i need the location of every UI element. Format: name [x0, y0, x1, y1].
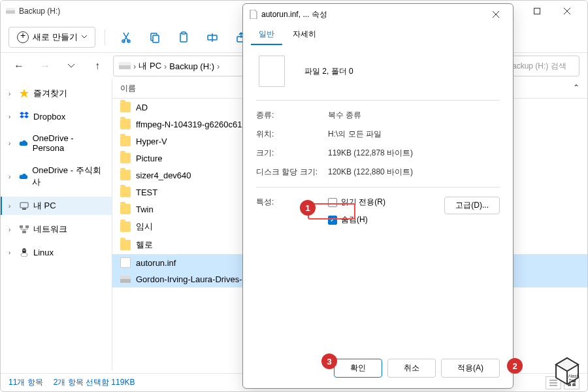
drive-icon — [119, 62, 131, 70]
maximize-button[interactable] — [522, 1, 552, 22]
file-name: autorun.inf — [136, 258, 176, 268]
sidebar-item-favorites[interactable]: › 즐겨찾기 — [1, 84, 112, 103]
dialog-close-button[interactable] — [485, 4, 506, 25]
sidebar-item-network[interactable]: › 네트워크 — [1, 220, 112, 238]
separator — [105, 29, 105, 45]
cloud-icon — [18, 171, 28, 182]
prop-type: 종류: 복수 종류 — [256, 106, 500, 125]
paste-icon[interactable] — [172, 25, 195, 49]
svg-rect-9 — [182, 32, 186, 34]
sidebar-item-onedrive-company[interactable]: › OneDrive - 주식회사 — [1, 161, 112, 191]
tab-general[interactable]: 일반 — [251, 25, 282, 45]
cut-icon[interactable] — [114, 25, 138, 49]
file-summary: 파일 2, 폴더 0 — [304, 66, 353, 77]
folder-icon — [120, 240, 131, 250]
file-icon — [120, 257, 131, 268]
file-name: Twin — [136, 204, 154, 214]
close-button[interactable] — [552, 1, 582, 22]
folder-icon — [120, 221, 131, 232]
svg-rect-8 — [180, 33, 187, 42]
sort-chevron-icon: ⌃ — [573, 83, 580, 94]
file-name: 임시 — [136, 221, 153, 233]
new-button[interactable]: 새로 만들기 — [8, 27, 95, 48]
chevron-right-icon: › — [8, 173, 14, 180]
svg-rect-7 — [153, 35, 159, 42]
rename-icon[interactable] — [201, 25, 224, 49]
folder-icon — [120, 119, 131, 129]
chevron-down-icon — [82, 35, 87, 39]
file-name: Gordon-Irving-Laura-Drives-Fo — [136, 274, 252, 284]
folder-icon — [120, 187, 131, 197]
file-name: sizer4_dev640 — [136, 171, 191, 180]
drive-icon — [6, 8, 15, 14]
svg-point-21 — [23, 250, 24, 251]
svg-rect-24 — [120, 276, 131, 279]
plus-icon — [17, 31, 29, 43]
item-count: 11개 항목 — [8, 377, 43, 388]
svg-rect-13 — [119, 62, 131, 65]
svg-rect-1 — [6, 8, 15, 10]
sidebar: › 즐겨찾기 › Dropbox › OneDrive - Persona › — [1, 79, 112, 370]
tab-detail[interactable]: 자세히 — [285, 25, 324, 45]
chevron-right-icon: › — [8, 140, 15, 147]
file-icon — [250, 10, 257, 19]
pc-icon — [19, 201, 29, 211]
svg-point-20 — [21, 253, 27, 257]
multi-file-icon — [259, 56, 285, 87]
file-name: Picture — [136, 154, 162, 163]
network-icon — [19, 224, 29, 235]
svg-rect-17 — [25, 225, 29, 228]
folder-icon — [120, 170, 131, 180]
advanced-button[interactable]: 고급(D)... — [444, 197, 500, 214]
annotation-2: 2 — [507, 358, 523, 374]
folder-icon — [120, 102, 131, 112]
file-name: 헬로 — [136, 239, 153, 251]
apply-button[interactable]: 적용(A) — [441, 359, 500, 378]
svg-rect-14 — [20, 203, 28, 208]
svg-rect-15 — [22, 208, 26, 210]
forward-button[interactable]: → — [35, 56, 56, 76]
svg-rect-12 — [119, 65, 131, 69]
ok-button[interactable]: 확인 — [334, 359, 382, 378]
folder-icon — [120, 136, 131, 146]
sidebar-item-linux[interactable]: › Linux — [1, 244, 112, 261]
annotation-1: 1 — [300, 200, 316, 216]
chevron-right-icon: › — [8, 90, 15, 97]
chevron-right-icon: › — [8, 249, 15, 256]
chevron-right-icon: › — [8, 113, 15, 120]
watermark-cube-icon: Hash Tag — [551, 355, 583, 387]
file-name: AD — [136, 103, 148, 112]
cloud-icon — [19, 138, 29, 148]
chevron-right-icon: › — [164, 61, 167, 71]
dialog-titlebar[interactable]: autorun.inf, ... 속성 — [243, 4, 513, 25]
prop-disk-size: 디스크 할당 크기: 120KB (122,880 바이트) — [256, 163, 500, 182]
dialog-title: autorun.inf, ... 속성 — [250, 9, 485, 20]
file-name: TEST — [136, 188, 157, 197]
svg-rect-23 — [120, 278, 131, 283]
file-name: ffmpeg-N-104319-g6260c611 — [136, 120, 247, 129]
star-icon — [19, 88, 29, 99]
sidebar-item-onedrive-personal[interactable]: › OneDrive - Persona — [1, 130, 112, 156]
svg-rect-16 — [20, 225, 23, 228]
dropbox-icon — [19, 111, 29, 122]
cancel-button[interactable]: 취소 — [387, 359, 436, 378]
sidebar-item-my-pc[interactable]: › 내 PC — [1, 197, 112, 215]
svg-point-22 — [24, 250, 25, 251]
folder-icon — [120, 153, 131, 163]
prop-location: 위치: H:\의 모든 파일 — [256, 125, 500, 144]
dialog-tabs: 일반 자세히 — [243, 25, 513, 45]
svg-text:Tag: Tag — [568, 378, 576, 384]
copy-icon[interactable] — [143, 25, 167, 49]
file-name: Hyper-V — [136, 137, 167, 146]
chevron-right-icon: › — [8, 203, 15, 210]
svg-text:Hash: Hash — [568, 374, 579, 378]
prop-size: 크기: 119KB (122,878 바이트) — [256, 144, 500, 163]
chevron-right-icon: › — [8, 226, 15, 233]
sidebar-item-dropbox[interactable]: › Dropbox — [1, 108, 112, 125]
svg-rect-3 — [534, 8, 540, 14]
chevron-down-icon[interactable] — [61, 56, 82, 76]
up-button[interactable]: ↑ — [87, 56, 108, 76]
folder-icon — [120, 204, 131, 214]
back-button[interactable]: ← — [8, 56, 29, 76]
drive-icon — [120, 276, 131, 284]
